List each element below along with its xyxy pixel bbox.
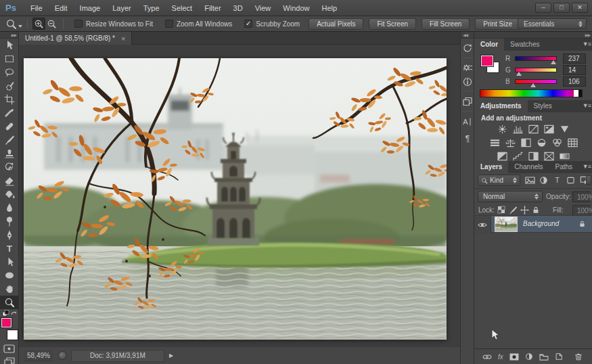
selective-color-icon[interactable] <box>543 152 555 161</box>
close-button[interactable]: ✕ <box>572 3 588 13</box>
brush-tool[interactable] <box>0 133 18 147</box>
lock-position-icon[interactable] <box>519 204 530 215</box>
menu-view[interactable]: View <box>249 0 277 16</box>
tab-channels[interactable]: Channels <box>508 161 549 173</box>
character-panel-icon[interactable]: A <box>461 114 474 129</box>
fit-screen-button[interactable]: Fit Screen <box>369 18 416 30</box>
new-layer-icon[interactable] <box>555 352 563 361</box>
info-panel-icon[interactable] <box>461 74 474 89</box>
quick-selection-tool[interactable] <box>0 79 18 93</box>
eraser-tool[interactable] <box>0 174 18 187</box>
filter-shape-layers-icon[interactable] <box>565 175 576 185</box>
slider-thumb[interactable] <box>530 83 536 87</box>
panel-dock-collapse-toggle[interactable]: ▶▶ <box>474 32 592 39</box>
canvas-pasteboard[interactable] <box>19 45 460 346</box>
checkbox-box[interactable] <box>74 20 83 28</box>
hand-tool[interactable] <box>0 282 18 296</box>
ellipse-shape-tool[interactable] <box>0 269 18 282</box>
type-tool[interactable]: T <box>0 242 18 255</box>
tab-adjustments[interactable]: Adjustments <box>474 100 528 112</box>
blur-tool[interactable] <box>0 201 18 214</box>
filter-kind-dropdown[interactable]: Kind <box>478 175 520 186</box>
panel-menu-icon[interactable]: ▼≡ <box>583 102 591 109</box>
new-group-icon[interactable] <box>539 353 549 361</box>
levels-icon[interactable] <box>512 124 524 134</box>
zoom-tool[interactable] <box>0 296 18 309</box>
channel-mixer-icon[interactable] <box>551 138 563 147</box>
maximize-button[interactable]: □ <box>553 3 570 13</box>
tab-layers[interactable]: Layers <box>474 161 508 173</box>
layer-row-background[interactable]: Background <box>474 215 592 233</box>
posterize-icon[interactable] <box>512 152 524 161</box>
menu-image[interactable]: Image <box>74 0 107 16</box>
lock-all-icon[interactable] <box>530 204 541 215</box>
slider-thumb[interactable] <box>551 60 556 64</box>
workspace-switcher[interactable]: Essentials <box>518 18 587 29</box>
layer-comps-panel-icon[interactable] <box>461 94 474 109</box>
pen-tool[interactable] <box>0 228 18 242</box>
menu-edit[interactable]: Edit <box>49 0 74 16</box>
zoom-level-field[interactable]: 58,49% <box>24 350 53 361</box>
blue-slider[interactable] <box>515 79 557 84</box>
panel-menu-icon[interactable]: ▼≡ <box>583 41 591 47</box>
green-slider[interactable] <box>515 68 557 72</box>
menu-type[interactable]: Type <box>137 0 166 16</box>
menu-layer[interactable]: Layer <box>106 0 137 16</box>
paragraph-panel-icon[interactable]: ¶ <box>461 131 474 145</box>
exposure-icon[interactable] <box>543 124 555 134</box>
lock-pixels-icon[interactable] <box>507 204 518 215</box>
scrubby-zoom-checkbox[interactable]: ✓ Scrubby Zoom <box>244 20 300 28</box>
history-panel-icon[interactable] <box>461 41 474 55</box>
invert-icon[interactable] <box>497 152 508 161</box>
slider-thumb[interactable] <box>516 72 522 76</box>
move-tool[interactable] <box>0 39 18 52</box>
crop-tool[interactable] <box>0 93 18 106</box>
fill-value[interactable]: 100% <box>572 205 591 216</box>
menu-window[interactable]: Window <box>277 0 315 16</box>
threshold-icon[interactable] <box>528 152 539 161</box>
photo-filter-icon[interactable] <box>536 138 547 147</box>
toolbar-collapse-toggle[interactable]: ▶▶ <box>0 32 18 39</box>
lasso-tool[interactable] <box>0 66 18 79</box>
minimize-button[interactable]: – <box>535 3 551 13</box>
checkbox-box[interactable] <box>165 20 173 28</box>
status-expand-arrow[interactable]: ▶ <box>169 352 173 359</box>
hue-saturation-icon[interactable] <box>489 138 501 147</box>
add-layer-mask-icon[interactable] <box>509 353 519 361</box>
fill-screen-button[interactable]: Fill Screen <box>422 18 470 30</box>
print-size-button[interactable]: Print Size <box>475 18 520 30</box>
opacity-value[interactable]: 100% <box>572 191 591 202</box>
zoom-all-windows-checkbox[interactable]: Zoom All Windows <box>165 20 232 28</box>
paint-bucket-tool[interactable] <box>0 187 18 201</box>
filter-pixel-layers-icon[interactable] <box>524 175 535 185</box>
vibrance-icon[interactable] <box>559 124 570 134</box>
dock-collapse-toggle[interactable]: ◀◀ <box>461 32 474 39</box>
new-adjustment-layer-icon[interactable] <box>525 352 533 361</box>
spectrum-white-cell[interactable] <box>574 90 578 97</box>
spot-healing-brush-tool[interactable] <box>0 120 18 133</box>
tab-close-icon[interactable]: × <box>121 35 125 42</box>
document-tab[interactable]: Untitled-1 @ 58,5% (RGB/8) * × <box>19 32 132 45</box>
spectrum-black-cell[interactable] <box>578 90 582 97</box>
rectangular-marquee-tool[interactable] <box>0 52 18 66</box>
menu-filter[interactable]: Filter <box>198 0 227 16</box>
cascade-windows-icon[interactable] <box>0 355 18 364</box>
gradient-map-icon[interactable] <box>559 152 570 161</box>
filter-adjustment-layers-icon[interactable] <box>538 175 549 185</box>
menu-3d[interactable]: 3D <box>227 0 249 16</box>
panel-menu-icon[interactable]: ▼≡ <box>583 163 591 170</box>
history-brush-tool[interactable] <box>0 160 18 174</box>
layer-filter-toggle[interactable] <box>586 175 591 185</box>
layer-thumbnail[interactable] <box>495 217 517 231</box>
actions-panel-icon[interactable] <box>461 60 474 75</box>
zoom-tool-preset[interactable] <box>5 18 22 30</box>
curves-icon[interactable] <box>528 124 539 134</box>
red-value-field[interactable]: 237 <box>563 53 586 64</box>
path-selection-tool[interactable] <box>0 255 18 269</box>
checkbox-box-checked[interactable]: ✓ <box>244 20 252 28</box>
color-lookup-icon[interactable] <box>567 138 578 147</box>
menu-select[interactable]: Select <box>166 0 199 16</box>
zoom-in-button[interactable] <box>32 18 45 30</box>
link-layers-icon[interactable] <box>482 353 492 361</box>
green-value-field[interactable]: 14 <box>563 65 586 75</box>
